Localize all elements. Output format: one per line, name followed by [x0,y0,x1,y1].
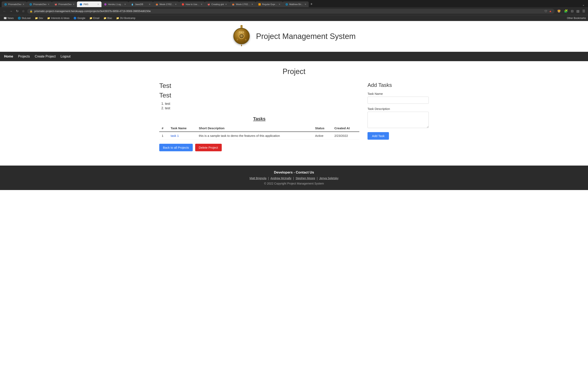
table-header: Created At [332,125,359,132]
tab-favicon: 🌐 [4,3,7,6]
footer-link-link1[interactable]: Matt Brignola [250,176,266,180]
nav-link-logout[interactable]: Logout [61,55,71,58]
bookmark-icon: 📁 [104,17,107,20]
bookmark-label: Google [77,17,85,20]
footer-title: Developers - Contact Us [4,170,584,175]
browser-tab-tab1[interactable]: 🌐 PrismaticDev × [2,1,27,7]
task-name-cell: task 1 [168,132,196,140]
nav-link-projects[interactable]: Projects [18,55,30,58]
browser-tab-tab11[interactable]: 🟧 Regular Expr… × [256,1,283,7]
split-view-button[interactable]: ⊟ [570,8,574,14]
menu-button[interactable]: ☰ [581,8,586,14]
back-to-projects-button[interactable]: Back to all Projects [159,144,193,151]
bookmark-icon: 📁 [116,17,119,20]
nav-bar: HomeProjectsCreate ProjectLogout [0,52,588,61]
bookmark-bm3[interactable]: 📁Dev [33,16,45,20]
bookmark-bm1[interactable]: 📰News [2,16,15,20]
tab-close-button[interactable]: × [124,3,126,6]
tab-close-button[interactable]: × [149,3,150,6]
browser-tab-tab5[interactable]: 🟣 Heroku | Log… × [102,1,129,7]
browser-tab-tab7[interactable]: 🦊 Week-17/02… × [153,1,179,7]
forward-button[interactable]: → [9,8,13,14]
task-name-label: Task Name [367,92,429,95]
tab-close-button[interactable]: × [225,3,227,6]
tab-title: PrismaticDev [58,3,72,6]
tab-title: How to Use… [186,3,199,6]
tab-close-button[interactable]: × [279,3,280,6]
brave-rewards-icon[interactable]: 🔺 [549,9,552,13]
brave-icon[interactable]: 🦁 [556,8,562,14]
app-logo: PMS ⚙ ⚙ ⚙ Project Management System [232,25,356,48]
nav-link-create[interactable]: Create Project [35,55,56,58]
extensions-button[interactable]: 🧩 [563,8,569,14]
task-description-cell: this is a sample task to demo the featur… [196,132,312,140]
bookmark-bm4[interactable]: 📁Interests & Ideas [45,16,71,20]
tab-favicon: 💧 [131,3,134,6]
footer-link-link4[interactable]: Jenya Seletsky [319,176,338,180]
bookmark-bm7[interactable]: 📁Biac [102,16,114,20]
task-description-input[interactable] [367,112,429,128]
nav-link-home[interactable]: Home [4,55,13,58]
task-link[interactable]: task 1 [171,134,179,137]
list-item: test [165,102,359,106]
tab-close-button[interactable]: × [23,3,24,6]
bookmark-star-button[interactable]: ☆ [21,8,26,14]
browser-tab-tab4[interactable]: 🔵 PMS × [77,1,102,7]
tab-title: PrismaticDev [33,3,47,6]
browser-tab-tab9[interactable]: 🐙 Creating gist × [205,1,229,7]
add-task-button[interactable]: Add Task [367,132,389,140]
app-title: Project Management System [256,32,356,41]
footer-separator: | [293,176,294,180]
bookmark-bm8[interactable]: 📁DU Bootcamp [114,16,137,20]
footer-links: Matt Brignola|Andrew McInally|Stephen Mo… [4,176,584,180]
browser-tab-tab3[interactable]: 🐙 PrismaticDev × [52,1,77,7]
tab-close-button[interactable]: × [251,3,253,6]
browser-tab-tab12[interactable]: 🌐 Matthew Bri… × [283,1,309,7]
tab-close-button[interactable]: × [305,3,306,6]
bookmark-label: Interests & Ideas [51,17,69,20]
browser-tab-tab10[interactable]: 🦊 Week-17/02… × [229,1,255,7]
browser-tab-tab8[interactable]: 🔴 How to Use… × [179,1,205,7]
bookmark-icon: 📁 [35,17,38,20]
browser-tab-tab6[interactable]: 💧 JawsDB × [129,1,153,7]
table-header: Status [312,125,332,132]
browser-tab-tab2[interactable]: 🌐 PrismaticDev × [27,1,52,7]
task-name-input[interactable] [367,97,429,104]
browser-chrome: 🌐 PrismaticDev × 🌐 PrismaticDev × 🐙 Pris… [0,0,588,21]
browser-toolbar: ← → ↻ ☆ 🔒 🛡 🔺 🦁 🧩 ⊟ ▤ ☰ [0,7,588,15]
back-button[interactable]: ← [2,8,7,14]
browser-tabs-bar: 🌐 PrismaticDev × 🌐 PrismaticDev × 🐙 Pris… [0,0,588,7]
tab-close-button[interactable]: × [48,3,49,6]
main-content: Project Test Test testtest Tasks #Task N… [151,61,437,157]
footer-link-link2[interactable]: Andrew McInally [270,176,292,180]
table-header: # [159,125,168,132]
tab-favicon: 🔵 [79,3,82,6]
tab-title: Creating gist [211,3,224,6]
tab-favicon: 🔴 [182,3,184,6]
task-num: 1 [159,132,168,140]
brave-shield-icon[interactable]: 🛡 [545,9,547,13]
bookmark-bm6[interactable]: 📁Email [88,16,101,20]
sidebar-button[interactable]: ▤ [576,8,580,14]
footer-link-link3[interactable]: Stephen Moore [296,176,315,180]
content-layout: Test Test testtest Tasks #Task NameShort… [159,82,429,151]
browser-right-buttons: 🦁 🧩 ⊟ ▤ ☰ [556,8,586,14]
tab-close-button[interactable]: × [201,3,202,6]
bookmark-bm2[interactable]: 🌐StuLoan [16,16,33,20]
bookmark-icon: 📁 [47,17,50,20]
tab-title: PrismaticDev [8,3,21,6]
tab-close-button[interactable]: × [97,3,99,6]
page-title: Project [159,67,429,76]
tab-close-button[interactable]: × [175,3,177,6]
address-input[interactable] [34,9,543,13]
tab-menu-button[interactable]: ⌄ [581,2,586,7]
tab-close-button[interactable]: × [73,3,75,6]
other-bookmarks[interactable]: Other Bookmarks [567,17,586,20]
delete-project-button[interactable]: Delete Project [195,144,222,151]
bookmark-icon: 📁 [89,17,93,20]
reload-button[interactable]: ↻ [15,8,19,14]
new-tab-button[interactable]: + [309,1,314,7]
bookmark-label: Email [93,17,99,20]
nav-links: HomeProjectsCreate ProjectLogout [4,55,584,58]
bookmark-bm5[interactable]: 🔵Google [72,16,87,20]
